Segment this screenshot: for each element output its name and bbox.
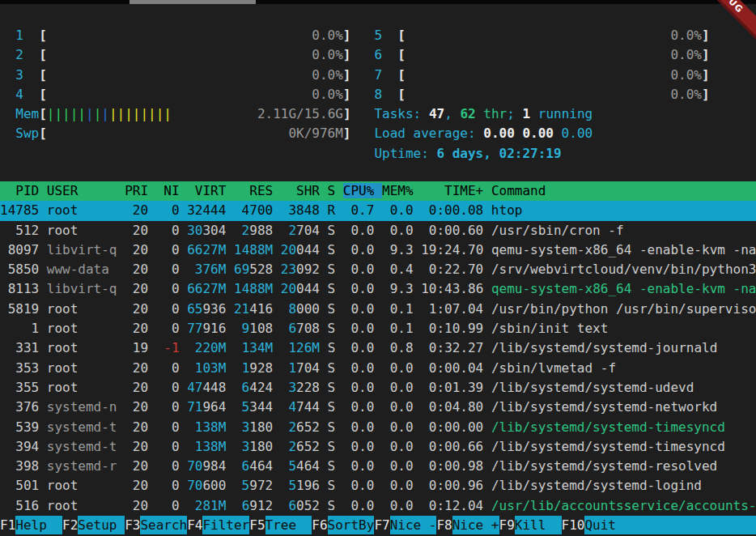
process-row[interactable]: 376 systemd-n 20 0 71964 5344 4744 S 0.0… — [0, 398, 756, 417]
process-row[interactable]: 5819 root 20 0 65936 21416 8000 S 0.0 0.… — [0, 300, 756, 319]
process-row[interactable]: 8097 libvirt-q 20 0 6627M 1488M 20044 S … — [0, 240, 756, 260]
text-segment — [23, 28, 39, 43]
text-segment: 20 0 — [125, 458, 187, 474]
text-segment — [23, 47, 39, 62]
cpu-meter-row-4-8: 4 [ 0.0%] 8 [ 0.0%] — [0, 85, 756, 104]
process-row[interactable]: 14785 root 20 0 32444 4700 3848 R 0.7 0.… — [0, 201, 756, 220]
fn-key-label: F7 — [374, 516, 389, 534]
text-segment: | — [86, 106, 94, 121]
text-segment: /lib/systemd/systemd-timesyncd — [491, 419, 725, 435]
fn-key-label: F3 — [125, 516, 140, 534]
text-segment: 3 — [234, 439, 249, 454]
fn-button-label: SortBy — [328, 516, 375, 534]
fn-filter-button[interactable]: F4Filter — [187, 516, 249, 534]
text-segment: 0K/976M — [47, 125, 343, 141]
text-segment: Load average: — [374, 125, 483, 141]
text-segment: qemu-system-x86_64 -enable-kvm -na — [491, 242, 756, 257]
text-segment: 8 — [374, 87, 382, 102]
fn-kill-button[interactable]: F9Kill — [499, 516, 562, 534]
text-segment: 0.0% — [47, 28, 343, 43]
process-row[interactable]: 501 root 20 0 70600 5972 5196 S 0.0 0.0 … — [0, 476, 756, 496]
text-segment: 416 — [249, 301, 281, 317]
fn-setup-button[interactable]: F2Setup — [62, 516, 125, 534]
text-segment: 1 — [0, 321, 47, 336]
text-segment: 1488M — [234, 242, 273, 257]
text-segment: 103M — [187, 360, 226, 376]
text-segment: 47 — [429, 106, 444, 121]
text-segment: 516 — [0, 498, 47, 513]
text-segment: S 0.0 0.1 1:07.04 — [328, 301, 491, 317]
text-segment: [ — [39, 106, 47, 121]
text-segment: systemd-t — [47, 439, 125, 454]
text-segment: 20 0 — [125, 301, 187, 317]
text-segment: /lib/systemd/systemd-journald — [491, 340, 717, 355]
fn-button-label: Nice - — [390, 516, 437, 534]
text-segment: 1 — [522, 106, 530, 121]
text-segment: 912 — [249, 498, 281, 513]
text-segment — [0, 28, 15, 43]
process-row[interactable]: 5850 www-data 20 0 376M 69528 23092 S 0.… — [0, 260, 756, 279]
fn-key-label: F8 — [436, 516, 452, 534]
text-segment: S 0.0 0.0 0:00.98 — [328, 458, 491, 474]
process-row[interactable]: 512 root 20 0 30304 2988 2704 S 0.0 0.0 … — [0, 221, 756, 240]
function-key-bar: F1Help F2Setup F3SearchF4FilterF5Tree F6… — [0, 516, 756, 534]
text-segment: ] — [343, 28, 351, 43]
fn-button-label: Kill — [515, 516, 562, 534]
text-segment: 600 — [202, 478, 234, 493]
text-segment: systemd-n — [47, 399, 125, 415]
text-segment: 353 — [0, 360, 47, 376]
fn-key-label: F10 — [562, 516, 585, 534]
text-segment: systemd-t — [47, 419, 125, 435]
fn-nice-plus-button[interactable]: F8Nice + — [436, 516, 499, 534]
text-segment: ] — [343, 67, 351, 83]
text-segment: ] — [702, 28, 710, 43]
process-row[interactable]: 516 root 20 0 281M 6912 6052 S 0.0 0.0 0… — [0, 496, 756, 516]
text-segment: 5 — [234, 399, 249, 415]
text-segment: S 0.0 0.1 0:10.99 — [328, 321, 491, 336]
text-segment: 539 — [0, 419, 47, 435]
table-header[interactable]: PID USER PRI NI VIRT RES SHR S CPU% MEM%… — [0, 181, 756, 201]
text-segment — [23, 67, 39, 83]
text-segment: 928 — [249, 360, 281, 376]
text-segment: 20 — [281, 242, 296, 257]
text-segment: 0.0% — [47, 67, 343, 83]
process-row[interactable]: 355 root 20 0 47448 6424 3228 S 0.0 0.0 … — [0, 378, 756, 398]
text-segment: ; — [507, 106, 522, 121]
fn-quit-button[interactable]: F10Quit — [562, 516, 756, 534]
text-segment — [382, 28, 397, 43]
fn-tree-button[interactable]: F5Tree — [249, 516, 312, 534]
text-segment: ] — [702, 87, 710, 102]
process-row[interactable]: 394 systemd-t 20 0 138M 3180 2652 S 0.0 … — [0, 437, 756, 457]
process-row[interactable]: 1 root 20 0 77916 9108 6708 S 0.0 0.1 0:… — [0, 319, 756, 338]
text-segment: root — [47, 498, 125, 513]
window-scrollbar — [0, 0, 756, 4]
text-segment: 0.0% — [406, 87, 702, 102]
fn-button-label: Quit — [584, 516, 756, 534]
text-segment: 69 — [234, 262, 249, 277]
process-row[interactable]: 398 systemd-r 20 0 70984 6464 5464 S 0.0… — [0, 457, 756, 476]
text-segment: 281M — [187, 498, 226, 513]
text-segment — [226, 262, 234, 277]
process-row[interactable]: 8113 libvirt-q 20 0 6627M 1488M 20044 S … — [0, 279, 756, 299]
fn-nice-minus-button[interactable]: F7Nice - — [374, 516, 436, 534]
text-segment: 19 — [125, 340, 156, 355]
text-segment: 20 0 — [125, 262, 187, 277]
fn-sortby-button[interactable]: F6SortBy — [312, 516, 374, 534]
text-segment: 6 — [234, 458, 249, 474]
text-segment: 6 days, 02:27:19 — [436, 146, 561, 161]
text-segment: 044 — [296, 242, 328, 257]
text-segment — [0, 125, 15, 141]
text-segment — [382, 87, 397, 102]
process-row[interactable]: 331 root 19 -1 220M 134M 126M S 0.0 0.8 … — [0, 338, 756, 358]
fn-search-button[interactable]: F3Search — [125, 516, 187, 534]
process-row[interactable]: 539 systemd-t 20 0 138M 3180 2652 S 0.0 … — [0, 418, 756, 437]
scrollbar-thumb[interactable] — [130, 0, 256, 4]
text-segment: [ — [39, 47, 47, 62]
fn-help-button[interactable]: F1Help — [0, 516, 62, 534]
fn-button-label: Search — [140, 516, 187, 534]
text-segment: 972 — [249, 478, 281, 493]
process-row[interactable]: 353 root 20 0 103M 1928 1704 S 0.0 0.0 0… — [0, 359, 756, 378]
text-segment — [273, 281, 281, 296]
uptime-row: Uptime: 6 days, 02:27:19 — [0, 144, 756, 164]
text-segment: 62 — [460, 106, 475, 121]
